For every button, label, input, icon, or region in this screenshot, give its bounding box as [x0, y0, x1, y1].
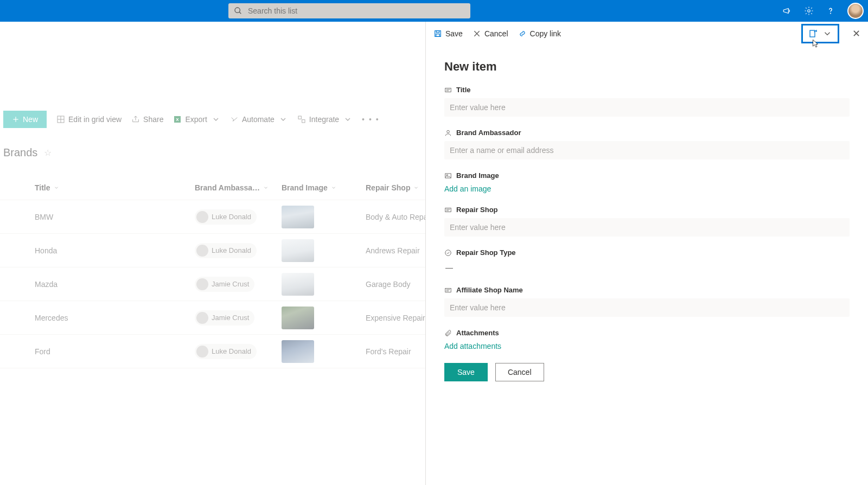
chevron-down-icon: [343, 115, 352, 124]
field-attachments: Attachments Add attachments: [444, 329, 850, 351]
user-avatar[interactable]: [847, 3, 864, 19]
row-image: [282, 206, 366, 228]
integrate-button[interactable]: Integrate: [297, 115, 352, 124]
shoptype-value[interactable]: —: [444, 261, 850, 274]
field-shoptype: Repair Shop Type —: [444, 248, 850, 274]
field-affiliate-label: Affiliate Shop Name: [456, 286, 523, 294]
row-ambassador: Luke Donald: [195, 209, 282, 225]
row-image: [282, 307, 366, 329]
chevron-down-icon: [54, 185, 59, 190]
chevron-down-icon: [331, 185, 336, 190]
col-ambassador[interactable]: Brand Ambassa…: [195, 183, 282, 192]
text-icon: [444, 206, 452, 214]
form-edit-dropdown[interactable]: [801, 24, 839, 43]
col-title[interactable]: Title: [35, 183, 195, 192]
export-button[interactable]: X Export: [173, 115, 220, 124]
row-image: [282, 340, 366, 363]
field-shoptype-label: Repair Shop Type: [456, 248, 516, 257]
automate-button[interactable]: Automate: [230, 115, 288, 124]
row-ambassador: Luke Donald: [195, 344, 282, 359]
search-input[interactable]: [248, 7, 465, 15]
ambassador-input[interactable]: [444, 141, 850, 159]
top-icons: [782, 3, 864, 19]
field-image: Brand Image Add an image: [444, 171, 850, 194]
more-menu[interactable]: • • •: [362, 115, 379, 124]
help-icon[interactable]: [826, 6, 835, 16]
svg-point-28: [445, 250, 451, 256]
panel-close-button[interactable]: ✕: [852, 28, 860, 40]
search-container[interactable]: [228, 3, 470, 18]
panel-title: New item: [444, 60, 850, 74]
export-label: Export: [185, 115, 207, 124]
integrate-icon: [297, 115, 306, 124]
edit-grid-button[interactable]: Edit in grid view: [56, 115, 122, 124]
svg-rect-18: [810, 30, 815, 37]
svg-point-2: [808, 10, 810, 12]
top-bar: [0, 0, 868, 22]
row-title: BMW: [35, 213, 195, 221]
list-title: Brands: [3, 146, 37, 159]
row-title: Mazda: [35, 280, 195, 289]
svg-point-3: [831, 13, 831, 14]
panel-actions: Save Cancel: [444, 363, 850, 381]
row-ambassador: Jamie Crust: [195, 310, 282, 326]
row-image: [282, 273, 366, 296]
field-shop: Repair Shop: [444, 206, 850, 237]
chevron-down-icon: [413, 185, 419, 190]
svg-rect-25: [445, 208, 451, 212]
attachment-icon: [444, 329, 452, 337]
choice-icon: [444, 249, 452, 257]
save-icon: [433, 29, 442, 38]
image-icon: [444, 172, 452, 180]
title-input[interactable]: [444, 98, 850, 117]
megaphone-icon[interactable]: [782, 6, 792, 16]
field-image-label: Brand Image: [456, 171, 499, 180]
share-icon: [131, 115, 140, 124]
chevron-down-icon: [822, 29, 832, 39]
search-icon: [234, 7, 242, 15]
person-icon: [444, 129, 452, 137]
new-button[interactable]: New: [3, 111, 47, 128]
panel-cancel-action[interactable]: Cancel: [473, 29, 508, 38]
svg-rect-19: [445, 88, 451, 92]
row-title: Ford: [35, 347, 195, 356]
affiliate-input[interactable]: [444, 298, 850, 317]
chevron-down-icon: [279, 115, 288, 124]
panel-copylink-label: Copy link: [530, 29, 561, 38]
svg-rect-12: [302, 120, 304, 123]
cancel-button[interactable]: Cancel: [495, 363, 544, 381]
plus-icon: [12, 116, 20, 123]
share-button[interactable]: Share: [131, 115, 163, 124]
text-icon: [444, 86, 452, 94]
edit-grid-label: Edit in grid view: [68, 115, 122, 124]
chevron-down-icon: [263, 185, 269, 190]
automate-icon: [230, 115, 239, 124]
svg-rect-14: [436, 31, 439, 33]
save-button[interactable]: Save: [444, 363, 488, 381]
svg-rect-15: [436, 34, 440, 37]
svg-line-1: [239, 12, 241, 14]
field-ambassador: Brand Ambassador: [444, 129, 850, 159]
grid-icon: [56, 115, 65, 124]
svg-text:X: X: [176, 117, 180, 122]
new-label: New: [23, 115, 38, 124]
new-item-panel: Save Cancel Copy link ✕ New item Title B…: [425, 22, 868, 485]
shop-input[interactable]: [444, 218, 850, 237]
add-attachments-link[interactable]: Add attachments: [444, 342, 501, 350]
excel-icon: X: [173, 115, 182, 124]
row-title: Honda: [35, 246, 195, 255]
row-ambassador: Jamie Crust: [195, 277, 282, 292]
panel-save-action[interactable]: Save: [433, 29, 463, 38]
close-icon: [473, 29, 481, 38]
add-image-link[interactable]: Add an image: [444, 184, 491, 193]
automate-label: Automate: [242, 115, 275, 124]
row-image: [282, 239, 366, 262]
share-label: Share: [143, 115, 163, 124]
favorite-star-icon[interactable]: ☆: [44, 148, 52, 158]
panel-copylink-action[interactable]: Copy link: [518, 29, 561, 38]
panel-save-label: Save: [445, 29, 463, 38]
gear-icon[interactable]: [804, 6, 814, 16]
chevron-down-icon: [212, 115, 220, 124]
text-icon: [444, 286, 452, 294]
col-image[interactable]: Brand Image: [282, 183, 366, 192]
